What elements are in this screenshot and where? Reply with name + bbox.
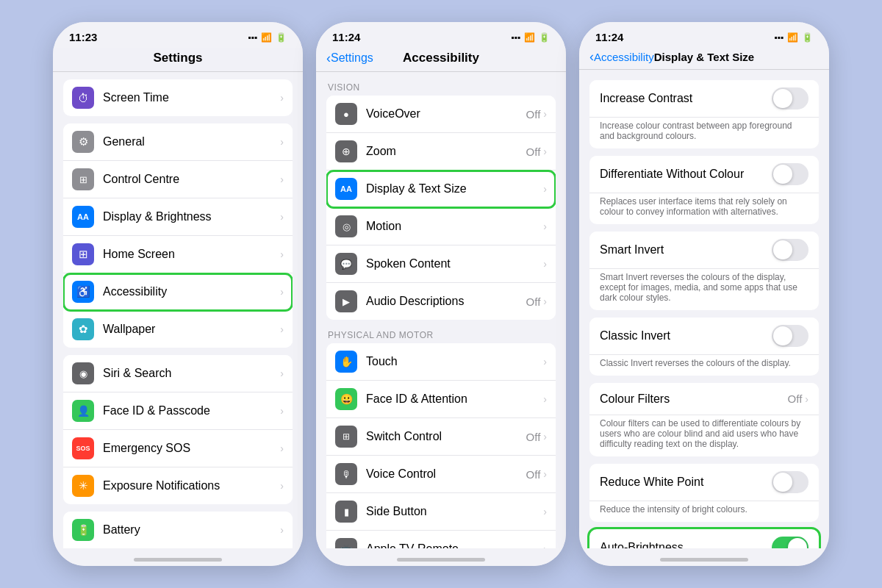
nav-back-2[interactable]: ‹ Settings	[326, 51, 373, 66]
home-bar-3	[660, 558, 748, 562]
dts-group-auto-brightness: Auto-Brightness Turning off auto-brightn…	[589, 529, 819, 548]
increase-contrast-toggle[interactable]	[772, 87, 808, 110]
acc-group-vision: ● VoiceOver Off › ⊕ Zoom Off › AA Displa…	[326, 96, 556, 320]
row-siri[interactable]: ◉ Siri & Search ›	[63, 355, 293, 392]
status-time-2: 11:24	[332, 31, 360, 43]
dts-group-increase-contrast: Increase Contrast Increase colour contra…	[589, 80, 819, 148]
signal-icon-3: ▪▪▪	[774, 32, 784, 43]
row-exposure[interactable]: ✳ Exposure Notifications ›	[63, 467, 293, 504]
dts-row-colour-filters[interactable]: Colour Filters Off ›	[589, 383, 819, 415]
row-audio-desc[interactable]: ▶ Audio Descriptions Off ›	[326, 283, 556, 320]
dts-row-classic-invert[interactable]: Classic Invert	[589, 318, 819, 355]
diff-colour-label: Differentiate Without Colour	[600, 168, 772, 181]
motion-icon: ◎	[335, 215, 357, 237]
display-brightness-icon: AA	[72, 206, 94, 228]
row-side-button[interactable]: ▮ Side Button ›	[326, 493, 556, 531]
classic-invert-knob	[773, 326, 792, 345]
accessibility-icon: ♿	[72, 281, 94, 303]
wallpaper-label: Wallpaper	[103, 323, 280, 336]
auto-brightness-label: Auto-Brightness	[600, 541, 772, 548]
general-icon: ⚙	[72, 131, 94, 153]
scroll-area-3[interactable]: Increase Contrast Increase colour contra…	[579, 70, 829, 548]
nav-bar-2: ‹ Settings Accessibility	[316, 48, 566, 72]
row-home-screen[interactable]: ⊞ Home Screen ›	[63, 236, 293, 273]
zoom-icon: ⊕	[335, 140, 357, 162]
scroll-area-1[interactable]: ⏱ Screen Time › ⚙ General › ⊞ Control Ce…	[53, 72, 303, 548]
row-switch-control[interactable]: ⊞ Switch Control Off ›	[326, 418, 556, 456]
switch-control-label: Switch Control	[366, 430, 526, 443]
control-centre-icon: ⊞	[72, 168, 94, 190]
wifi-icon-3: 📶	[787, 32, 798, 43]
row-emergency-sos[interactable]: SOS Emergency SOS ›	[63, 430, 293, 467]
row-display-text-size[interactable]: AA Display & Text Size ›	[326, 171, 556, 208]
display-brightness-chevron: ›	[280, 211, 284, 223]
auto-brightness-toggle[interactable]	[772, 537, 808, 548]
colour-filters-chevron: ›	[805, 393, 808, 405]
scroll-area-2[interactable]: VISION ● VoiceOver Off › ⊕ Zoom Off ›	[316, 72, 566, 548]
home-indicator-3	[579, 548, 829, 566]
row-battery[interactable]: 🔋 Battery ›	[63, 512, 293, 548]
auto-brightness-knob	[788, 538, 807, 548]
dts-row-auto-brightness[interactable]: Auto-Brightness	[589, 529, 819, 548]
touch-chevron: ›	[543, 356, 547, 368]
row-touch[interactable]: ✋ Touch ›	[326, 343, 556, 381]
reduce-white-toggle[interactable]	[772, 471, 808, 493]
motion-label: Motion	[366, 220, 543, 233]
acc-group-physical: ✋ Touch › 😀 Face ID & Attention › ⊞ Swit…	[326, 343, 556, 548]
settings-group-battery: 🔋 Battery › ✋ Privacy ›	[63, 512, 293, 548]
row-spoken-content[interactable]: 💬 Spoken Content ›	[326, 245, 556, 283]
row-control-centre[interactable]: ⊞ Control Centre ›	[63, 161, 293, 198]
dts-row-diff-colour[interactable]: Differentiate Without Colour	[589, 156, 819, 193]
row-voice-control[interactable]: 🎙 Voice Control Off ›	[326, 456, 556, 493]
dts-row-reduce-white[interactable]: Reduce White Point	[589, 464, 819, 501]
row-apple-tv[interactable]: 📺 Apple TV Remote ›	[326, 531, 556, 548]
voice-control-label: Voice Control	[366, 467, 526, 481]
screentime-icon: ⏱	[72, 87, 94, 109]
row-general[interactable]: ⚙ General ›	[63, 123, 293, 161]
classic-invert-desc: Classic Invert reverses the colours of t…	[589, 355, 819, 376]
row-wallpaper[interactable]: ✿ Wallpaper ›	[63, 311, 293, 348]
spoken-content-icon: 💬	[335, 253, 357, 275]
dts-row-increase-contrast[interactable]: Increase Contrast	[589, 80, 819, 118]
battery-row-icon: 🔋	[72, 519, 94, 541]
home-screen-chevron: ›	[280, 248, 284, 260]
emergency-sos-chevron: ›	[280, 442, 284, 454]
increase-contrast-desc: Increase colour contrast between app for…	[589, 118, 819, 148]
diff-colour-toggle[interactable]	[772, 163, 808, 185]
smart-invert-toggle[interactable]	[772, 239, 808, 261]
colour-filters-desc: Colour filters can be used to differenti…	[589, 415, 819, 456]
switch-control-icon: ⊞	[335, 426, 357, 448]
row-screentime[interactable]: ⏱ Screen Time ›	[63, 79, 293, 116]
row-display-brightness[interactable]: AA Display & Brightness ›	[63, 198, 293, 236]
touch-icon: ✋	[335, 351, 357, 373]
row-zoom[interactable]: ⊕ Zoom Off ›	[326, 133, 556, 171]
classic-invert-toggle[interactable]	[772, 325, 808, 347]
row-motion[interactable]: ◎ Motion ›	[326, 208, 556, 245]
dts-row-smart-invert[interactable]: Smart Invert	[589, 232, 819, 269]
colour-filters-value: Off	[788, 392, 803, 405]
side-button-icon: ▮	[335, 501, 357, 523]
nav-back-3[interactable]: ‹ Accessibility	[589, 49, 654, 65]
battery-chevron: ›	[280, 524, 284, 536]
general-chevron: ›	[280, 136, 284, 148]
apple-tv-icon: 📺	[335, 538, 357, 548]
zoom-chevron: ›	[543, 146, 547, 157]
row-faceid[interactable]: 👤 Face ID & Passcode ›	[63, 392, 293, 430]
control-centre-label: Control Centre	[103, 173, 280, 186]
smart-invert-desc: Smart Invert reverses the colours of the…	[589, 269, 819, 310]
home-indicator-1	[53, 548, 303, 566]
signal-icon: ▪▪▪	[248, 32, 257, 43]
wallpaper-icon: ✿	[72, 318, 94, 340]
home-screen-icon: ⊞	[72, 243, 94, 265]
phone1: 11:23 ▪▪▪ 📶 🔋 Settings ⏱ Screen Time ›	[53, 22, 303, 566]
row-faceid-attention[interactable]: 😀 Face ID & Attention ›	[326, 381, 556, 418]
side-button-chevron: ›	[543, 506, 547, 517]
diff-colour-desc: Replaces user interface items that rely …	[589, 193, 819, 224]
row-voiceover[interactable]: ● VoiceOver Off ›	[326, 96, 556, 133]
row-accessibility[interactable]: ♿ Accessibility ›	[63, 273, 293, 311]
phone2: 11:24 ▪▪▪ 📶 🔋 ‹ Settings Accessibility V…	[316, 22, 566, 566]
dts-group-diff-colour: Differentiate Without Colour Replaces us…	[589, 156, 819, 224]
nav-title-1: Settings	[153, 51, 202, 65]
side-button-label: Side Button	[366, 505, 543, 518]
apple-tv-label: Apple TV Remote	[366, 542, 543, 548]
